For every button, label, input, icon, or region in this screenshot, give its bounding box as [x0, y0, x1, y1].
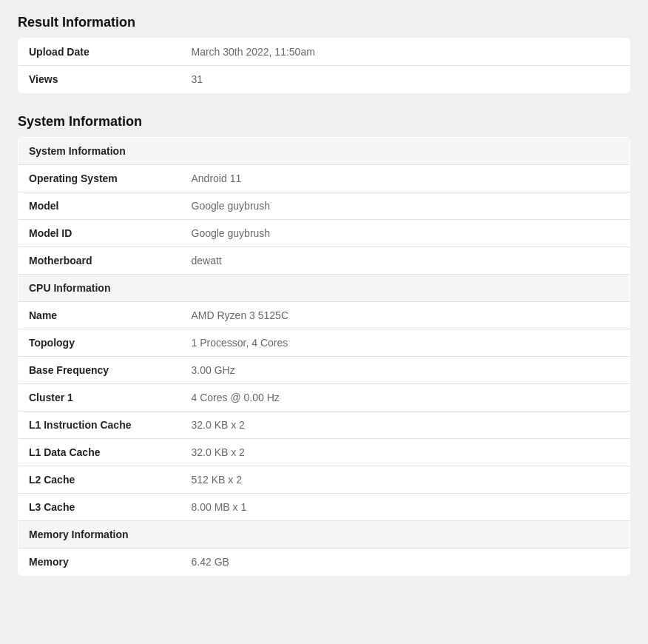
table-row: Operating System Android 11	[18, 165, 630, 192]
row-value: 1 Processor, 4 Cores	[181, 329, 630, 357]
row-value: 512 KB x 2	[181, 466, 630, 494]
table-row: L3 Cache 8.00 MB x 1	[18, 494, 630, 521]
table-row: Name AMD Ryzen 3 5125C	[18, 302, 630, 329]
result-section-title: Result Information	[18, 15, 630, 30]
system-section-title: System Information	[18, 114, 630, 130]
group-header-label: System Information	[18, 138, 630, 165]
table-row: Memory 6.42 GB	[18, 549, 630, 576]
table-row: Upload Date March 30th 2022, 11:50am	[18, 38, 630, 66]
system-section: System Information System Information Op…	[18, 114, 630, 576]
group-header-row: Memory Information	[18, 521, 630, 549]
group-header-row: CPU Information	[18, 275, 630, 302]
row-label: Upload Date	[18, 38, 181, 66]
table-row: Model ID Google guybrush	[18, 220, 630, 247]
row-label: Base Frequency	[18, 357, 181, 384]
table-row: Base Frequency 3.00 GHz	[18, 357, 630, 384]
row-label: L2 Cache	[18, 466, 181, 494]
row-value: Android 11	[181, 165, 630, 192]
table-row: Model Google guybrush	[18, 192, 630, 220]
row-value: 8.00 MB x 1	[181, 494, 630, 521]
group-header-label: Memory Information	[18, 521, 630, 549]
row-label: L3 Cache	[18, 494, 181, 521]
row-label: Memory	[18, 549, 181, 576]
row-label: Name	[18, 302, 181, 329]
row-label: Cluster 1	[18, 384, 181, 412]
row-label: L1 Data Cache	[18, 439, 181, 466]
group-header-label: CPU Information	[18, 275, 630, 302]
table-row: Topology 1 Processor, 4 Cores	[18, 329, 630, 357]
row-value: 4 Cores @ 0.00 Hz	[181, 384, 630, 412]
row-value: Google guybrush	[181, 220, 630, 247]
group-header-row: System Information	[18, 138, 630, 165]
row-label: Views	[18, 66, 181, 93]
row-label: Model ID	[18, 220, 181, 247]
row-value: 6.42 GB	[181, 549, 630, 576]
system-table: System Information Operating System Andr…	[18, 137, 630, 576]
table-row: L2 Cache 512 KB x 2	[18, 466, 630, 494]
row-label: L1 Instruction Cache	[18, 412, 181, 439]
result-table: Upload Date March 30th 2022, 11:50am Vie…	[18, 38, 630, 93]
table-row: Motherboard dewatt	[18, 247, 630, 275]
result-section: Result Information Upload Date March 30t…	[18, 15, 630, 93]
row-value: 32.0 KB x 2	[181, 439, 630, 466]
table-row: L1 Instruction Cache 32.0 KB x 2	[18, 412, 630, 439]
row-value: AMD Ryzen 3 5125C	[181, 302, 630, 329]
row-label: Model	[18, 192, 181, 220]
row-label: Motherboard	[18, 247, 181, 275]
table-row: L1 Data Cache 32.0 KB x 2	[18, 439, 630, 466]
table-row: Cluster 1 4 Cores @ 0.00 Hz	[18, 384, 630, 412]
row-value: March 30th 2022, 11:50am	[181, 38, 630, 66]
row-label: Topology	[18, 329, 181, 357]
row-label: Operating System	[18, 165, 181, 192]
row-value: dewatt	[181, 247, 630, 275]
row-value: 31	[181, 66, 630, 93]
row-value: 3.00 GHz	[181, 357, 630, 384]
row-value: Google guybrush	[181, 192, 630, 220]
row-value: 32.0 KB x 2	[181, 412, 630, 439]
table-row: Views 31	[18, 66, 630, 93]
